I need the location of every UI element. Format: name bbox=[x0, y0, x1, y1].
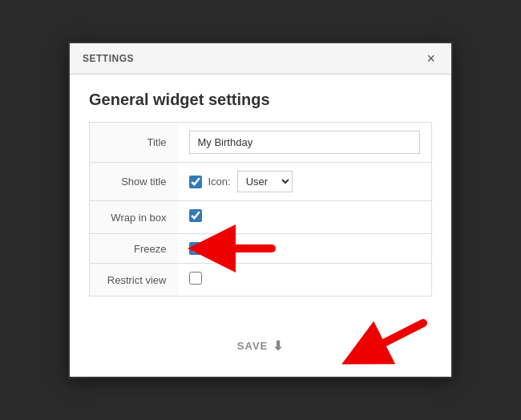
freeze-value-cell bbox=[178, 234, 432, 264]
show-title-controls: Icon: User Home Star Bell bbox=[189, 171, 421, 192]
restrict-view-value-cell bbox=[178, 264, 432, 297]
restrict-view-row: Restrict view bbox=[90, 264, 432, 297]
modal-body: General widget settings Title Show title bbox=[70, 75, 451, 313]
svg-line-3 bbox=[363, 323, 423, 353]
save-icon: ⬇ bbox=[273, 338, 284, 353]
show-title-checkbox[interactable] bbox=[189, 176, 202, 188]
modal-title: SETTINGS bbox=[83, 53, 134, 64]
settings-modal: SETTINGS × General widget settings Title… bbox=[68, 42, 453, 378]
settings-table: Title Show title Icon: User bbox=[89, 122, 432, 297]
freeze-label: Freeze bbox=[90, 234, 178, 264]
show-title-value-cell: Icon: User Home Star Bell bbox=[178, 163, 432, 201]
icon-select[interactable]: User Home Star Bell bbox=[237, 171, 293, 192]
restrict-view-label: Restrict view bbox=[90, 264, 178, 297]
restrict-view-checkbox[interactable] bbox=[189, 272, 202, 285]
section-title: General widget settings bbox=[89, 91, 432, 109]
freeze-row: Freeze bbox=[90, 234, 432, 264]
modal-header: SETTINGS × bbox=[70, 43, 451, 75]
title-input[interactable] bbox=[189, 131, 421, 154]
modal-overlay: SETTINGS × General widget settings Title… bbox=[0, 0, 521, 420]
show-title-row: Show title Icon: User Home Star Bell bbox=[90, 163, 432, 201]
freeze-checkbox[interactable] bbox=[189, 242, 202, 255]
freeze-controls bbox=[189, 242, 421, 255]
title-value-cell bbox=[178, 123, 432, 163]
icon-label: Icon: bbox=[208, 176, 231, 188]
modal-footer: SAVE ⬇ bbox=[70, 321, 451, 371]
close-button[interactable]: × bbox=[423, 51, 438, 66]
save-button[interactable]: SAVE ⬇ bbox=[228, 333, 293, 358]
freeze-red-arrow bbox=[204, 232, 276, 265]
save-label: SAVE bbox=[237, 340, 268, 352]
title-label: Title bbox=[90, 123, 178, 163]
wrap-in-box-label: Wrap in box bbox=[90, 201, 178, 234]
show-title-label: Show title bbox=[90, 163, 178, 201]
wrap-in-box-row: Wrap in box bbox=[90, 201, 432, 234]
title-row: Title bbox=[90, 123, 432, 163]
save-red-arrow bbox=[339, 315, 427, 363]
wrap-in-box-value-cell bbox=[178, 201, 432, 234]
wrap-in-box-checkbox[interactable] bbox=[189, 209, 202, 222]
